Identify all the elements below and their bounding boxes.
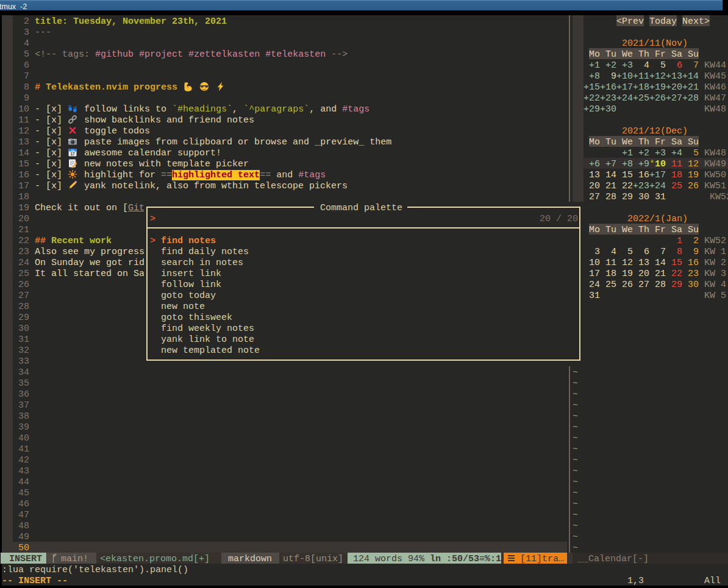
svg-text:17: 17: [70, 152, 75, 156]
